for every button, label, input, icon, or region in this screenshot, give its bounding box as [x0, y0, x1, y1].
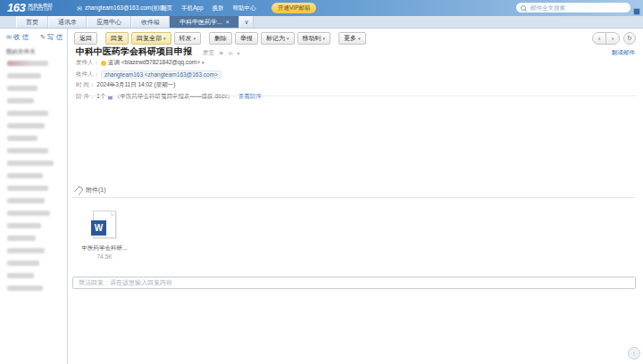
- divider: [72, 95, 636, 96]
- redacted-folder-item[interactable]: [7, 73, 41, 79]
- attachment-filename: 中医药学会科研...: [76, 244, 133, 252]
- mail-app-window: 163 网易免费邮 mail.163.com ✉ zhangteam163@16…: [0, 0, 643, 364]
- doc-icon: ▤: [107, 94, 113, 100]
- search-input[interactable]: [529, 4, 626, 12]
- redacted-folder-item[interactable]: [7, 123, 45, 128]
- nav-link-skin[interactable]: 换肤: [213, 4, 224, 12]
- redacted-folder-item[interactable]: [7, 173, 43, 178]
- tab-inbox[interactable]: 收件箱: [131, 16, 170, 28]
- caret-down-icon: ▾: [163, 37, 166, 41]
- caret-down-icon: ▾: [194, 37, 196, 41]
- quick-reply-box: [72, 272, 636, 285]
- nav-link-help[interactable]: 帮助中心: [233, 4, 256, 12]
- redacted-folder-item[interactable]: [7, 161, 54, 166]
- prev-mail-button[interactable]: ‹: [593, 33, 606, 44]
- attachment-card[interactable]: W 中医药学会科研... 74.5K: [76, 211, 133, 260]
- back-to-top-button[interactable]: ↑: [628, 347, 640, 360]
- redacted-folder-item[interactable]: [7, 248, 45, 253]
- pen-icon: ✎: [40, 34, 46, 41]
- folder-section-label[interactable]: 我的文件夹: [6, 48, 36, 56]
- caret-down-icon[interactable]: ▾: [237, 50, 239, 56]
- word-doc-icon: W: [93, 211, 116, 238]
- nav-link-home[interactable]: 首页: [161, 4, 172, 12]
- reply-button[interactable]: 回复: [105, 32, 129, 45]
- send-to-label[interactable]: 发至: [203, 49, 214, 57]
- from-value[interactable]: 蓝调 <blazewd57821842@qq.com>: [108, 59, 200, 67]
- logo-text: 163: [7, 1, 25, 14]
- redacted-folder-item[interactable]: [7, 198, 45, 203]
- netease-163-logo: 163 网易免费邮 mail.163.com: [7, 1, 53, 14]
- mail-toolbar: 返回 回复 回复全部▾ 转发▾ 删除 举报 标记为▾ 移动到▾ 更多▾: [74, 32, 369, 45]
- attachment-section-header: 附件(1): [76, 186, 106, 194]
- redacted-folder-item[interactable]: [7, 61, 48, 66]
- top-nav: 首页 手机App 换肤 帮助中心: [161, 4, 256, 12]
- back-button[interactable]: 返回: [74, 32, 97, 45]
- tab-list-dropdown[interactable]: ∨: [239, 16, 254, 28]
- redacted-folder-item[interactable]: [7, 223, 41, 228]
- receive-mail-button[interactable]: ✉ 收 信: [6, 33, 29, 42]
- nav-link-mobile-app[interactable]: 手机App: [181, 4, 204, 12]
- to-value[interactable]: zhangteam163 <zhangteam163@163.com>: [101, 70, 221, 79]
- move-to-button[interactable]: 移动到▾: [297, 32, 331, 45]
- mail-assistant-icon[interactable]: [633, 8, 640, 15]
- tab-app-center[interactable]: 应用中心: [87, 16, 131, 28]
- from-label: 发件人：: [76, 59, 99, 67]
- attachment-name[interactable]: （中医药学会科研项目申报表——模板.docx）: [114, 93, 233, 101]
- to-label: 收件人：: [76, 70, 99, 79]
- mail-icon: ✉: [77, 5, 82, 12]
- delete-button[interactable]: 删除: [209, 32, 232, 45]
- time-label: 时 间：: [76, 81, 95, 89]
- compose-mail-button[interactable]: ✎ 写 信: [40, 33, 63, 42]
- redacted-folder-item[interactable]: [7, 186, 48, 191]
- time-value: 2024年3月11日 14:02 (星期一): [96, 81, 175, 89]
- redacted-folder-item[interactable]: [7, 136, 38, 141]
- redacted-folder-item[interactable]: [7, 148, 48, 153]
- forward-button[interactable]: 转发▾: [174, 32, 202, 45]
- time-line: 时 间： 2024年3月11日 14:02 (星期一): [76, 81, 262, 89]
- view-attachment-link[interactable]: 查看附件: [238, 93, 262, 101]
- search-icon: [521, 5, 526, 11]
- sender-avatar: [101, 61, 106, 66]
- mark-as-button[interactable]: 标记为▾: [261, 32, 295, 45]
- translate-mail-link[interactable]: 翻译邮件: [612, 49, 635, 57]
- caret-down-icon: ▾: [323, 37, 326, 41]
- vip-upgrade-button[interactable]: 开通VIP邮箱: [271, 3, 316, 13]
- tab-active-message[interactable]: 中科中医药学... ×: [170, 16, 239, 28]
- account-email: zhangteam163@163.com(初级): [85, 4, 167, 12]
- paperclip-icon: [74, 185, 84, 194]
- quick-reply-input[interactable]: [72, 277, 636, 289]
- redacted-folder-item[interactable]: [7, 236, 36, 241]
- search-box[interactable]: [516, 3, 630, 12]
- next-mail-button[interactable]: ›: [606, 33, 619, 44]
- redacted-folder-item[interactable]: [7, 273, 34, 278]
- reply-all-button[interactable]: 回复全部▾: [131, 32, 171, 45]
- close-tab-icon[interactable]: ×: [226, 19, 230, 25]
- more-button[interactable]: 更多▾: [338, 32, 366, 45]
- attachment-section-title: 附件(1): [86, 186, 106, 194]
- caret-down-icon: ▾: [358, 37, 361, 41]
- caret-down-icon: ▾: [287, 37, 289, 41]
- active-tab-label: 中科中医药学...: [180, 18, 222, 27]
- prev-next-control: ‹ ›: [592, 32, 620, 45]
- redacted-folder-item[interactable]: [7, 98, 34, 103]
- chevron-down-icon: ∨: [244, 19, 248, 26]
- attachment-line: 附 件： 1个 ▤ （中医药学会科研项目申报表——模板.docx） 查看附件: [76, 93, 262, 101]
- flag-icon[interactable]: ⚑: [219, 50, 223, 56]
- report-button[interactable]: 举报: [235, 32, 258, 45]
- attachment-filesize: 74.5K: [76, 253, 133, 260]
- refresh-icon[interactable]: ↻: [623, 32, 636, 45]
- logo-tagline: mail.163.com: [28, 8, 53, 12]
- inbox-icon: ✉: [6, 34, 12, 41]
- tab-contacts[interactable]: 通讯录: [48, 16, 87, 28]
- account-menu[interactable]: ✉ zhangteam163@163.com(初级): [77, 4, 167, 12]
- redacted-folder-item[interactable]: [7, 111, 48, 116]
- caret-down-icon[interactable]: ▾: [202, 61, 205, 65]
- redacted-folder-item[interactable]: [7, 86, 38, 91]
- tab-home[interactable]: 首页: [16, 16, 48, 28]
- to-line: 收件人： zhangteam163 <zhangteam163@163.com>: [76, 70, 262, 79]
- redacted-folder-item[interactable]: [7, 211, 50, 216]
- redacted-folder-item[interactable]: [7, 261, 39, 266]
- divider: [72, 197, 636, 198]
- mail-icon[interactable]: ✉: [228, 50, 232, 56]
- redacted-folder-item[interactable]: [7, 285, 43, 291]
